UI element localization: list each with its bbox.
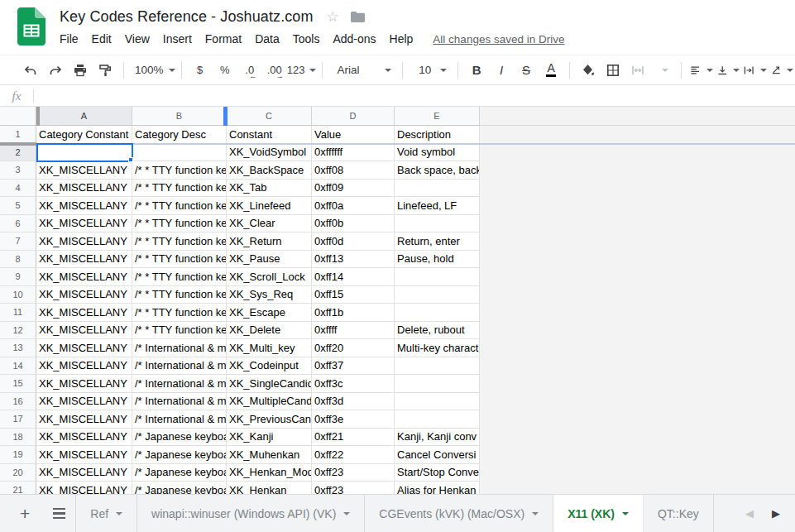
text-color-button[interactable]: A — [540, 60, 562, 81]
row-header-4[interactable]: 4 — [0, 180, 36, 198]
text-wrap-button[interactable] — [743, 60, 766, 81]
cell-B14[interactable]: /* International & m — [132, 357, 227, 376]
cell-C13[interactable]: XK_Multi_key — [227, 339, 312, 357]
cell-D17[interactable]: 0xff3e — [312, 410, 395, 429]
cell-D9[interactable]: 0xff14 — [312, 268, 395, 286]
select-all-corner[interactable] — [0, 107, 36, 126]
cell-E15[interactable] — [395, 375, 480, 393]
decrease-decimal-button[interactable]: .0← — [239, 60, 261, 81]
cell-D13[interactable]: 0xff20 — [312, 339, 395, 357]
cell-E19[interactable]: Cancel Conversi — [395, 446, 480, 464]
cell-E6[interactable] — [395, 215, 480, 233]
cell-E5[interactable]: Linefeed, LF — [395, 197, 480, 215]
cell-A11[interactable]: XK_MISCELLANY — [36, 304, 132, 322]
cell-B10[interactable]: /* * TTY function ke — [132, 286, 227, 304]
cell-B17[interactable]: /* International & m — [132, 410, 227, 429]
vertical-align-button[interactable] — [716, 60, 740, 81]
cell-B7[interactable]: /* * TTY function ke — [132, 232, 227, 251]
paint-format-button[interactable] — [94, 60, 116, 81]
cell-B12[interactable]: /* * TTY function ke — [132, 322, 227, 340]
cell-E13[interactable]: Multi-key charact — [395, 339, 480, 357]
menu-insert[interactable]: Insert — [156, 31, 199, 47]
row-header-11[interactable]: 11 — [0, 304, 36, 322]
cell-B3[interactable]: /* * TTY function ke — [132, 161, 227, 180]
formula-input[interactable] — [34, 86, 795, 106]
cell-D20[interactable]: 0xff23 — [312, 464, 395, 482]
cell-E4[interactable] — [395, 180, 480, 198]
cell-C12[interactable]: XK_Delete — [227, 322, 312, 340]
print-button[interactable] — [69, 60, 91, 81]
menu-format[interactable]: Format — [199, 31, 248, 47]
cell-E8[interactable]: Pause, hold — [395, 251, 480, 269]
cell-E2[interactable]: Void symbol — [395, 144, 480, 162]
cell-C15[interactable]: XK_SingleCandid — [227, 375, 312, 393]
cell-A8[interactable]: XK_MISCELLANY — [36, 251, 132, 269]
cell-C11[interactable]: XK_Escape — [227, 304, 312, 322]
cell-D5[interactable]: 0xff0a — [312, 197, 395, 215]
cell-C9[interactable]: XK_Scroll_Lock — [227, 268, 312, 286]
cell-C17[interactable]: XK_PreviousCan — [227, 410, 312, 429]
cell-C10[interactable]: XK_Sys_Req — [227, 286, 312, 304]
column-header-B[interactable]: B — [132, 107, 227, 126]
cell-B16[interactable]: /* International & m — [132, 393, 227, 411]
cell-B13[interactable]: /* International & m — [132, 339, 227, 357]
text-rotation-button[interactable] — [770, 60, 793, 81]
cell-E3[interactable]: Back space, back — [395, 161, 480, 180]
document-title[interactable]: Key Codes Reference - Joshuatz.com — [60, 8, 314, 26]
cell-A16[interactable]: XK_MISCELLANY — [36, 393, 132, 411]
column-header-A[interactable]: A — [36, 107, 132, 126]
font-family-select[interactable]: Arial — [330, 60, 395, 81]
cell-A21[interactable]: XK_MISCELLANY — [36, 482, 132, 494]
increase-decimal-button[interactable]: .00→ — [264, 60, 285, 81]
row-header-9[interactable]: 9 — [0, 268, 36, 286]
italic-button[interactable]: I — [491, 60, 512, 81]
cell-C21[interactable]: XK_Henkan — [227, 482, 312, 494]
cell-D10[interactable]: 0xff15 — [312, 286, 395, 304]
cell-D15[interactable]: 0xff3c — [312, 375, 395, 393]
add-sheet-button[interactable]: + — [20, 506, 30, 522]
save-status-link[interactable]: All changes saved in Drive — [429, 31, 568, 47]
cell-C2[interactable]: XK_VoidSymbol — [227, 144, 312, 162]
font-size-select[interactable]: 10 — [410, 60, 450, 81]
row-header-19[interactable]: 19 — [0, 446, 36, 464]
cell-E18[interactable]: Kanji, Kanji conv — [395, 429, 480, 447]
cell-A15[interactable]: XK_MISCELLANY — [36, 375, 132, 393]
cell-E11[interactable] — [395, 304, 480, 322]
row-header-13[interactable]: 13 — [0, 339, 36, 357]
menu-tools[interactable]: Tools — [286, 31, 327, 47]
row-header-6[interactable]: 6 — [0, 215, 36, 233]
cell-A19[interactable]: XK_MISCELLANY — [36, 446, 132, 464]
bold-button[interactable]: B — [466, 60, 487, 81]
cell-D8[interactable]: 0xff13 — [312, 251, 395, 269]
sheet-tab-x11-xk[interactable]: X11 (XK) — [553, 495, 644, 532]
cell-C16[interactable]: XK_MultipleCand — [227, 393, 312, 411]
row-header-2[interactable]: 2 — [0, 144, 36, 162]
merge-cells-button[interactable] — [627, 60, 649, 81]
zoom-select[interactable]: 100% — [132, 60, 174, 81]
cell-A6[interactable]: XK_MISCELLANY — [36, 215, 132, 233]
cell-A7[interactable]: XK_MISCELLANY — [36, 232, 132, 251]
column-header-C[interactable]: C — [227, 107, 312, 126]
scroll-tabs-left-icon[interactable]: ◀ — [745, 507, 754, 520]
cell-E12[interactable]: Delete, rubout — [395, 322, 480, 340]
cell-D16[interactable]: 0xff3d — [312, 393, 395, 411]
cell-B5[interactable]: /* * TTY function ke — [132, 197, 227, 215]
cell-B1[interactable]: Category Desc — [132, 126, 227, 144]
cell-A3[interactable]: XK_MISCELLANY — [36, 161, 132, 180]
sheet-tab-qt-key[interactable]: QT::Key — [644, 495, 714, 532]
menu-view[interactable]: View — [118, 31, 156, 47]
cell-E14[interactable] — [395, 357, 480, 376]
cell-D4[interactable]: 0xff09 — [312, 180, 395, 198]
merge-cells-dropdown[interactable] — [652, 60, 673, 81]
column-header-E[interactable]: E — [395, 107, 480, 126]
cell-C6[interactable]: XK_Clear — [227, 215, 312, 233]
cell-E1[interactable]: Description — [395, 126, 480, 144]
all-sheets-button[interactable] — [53, 508, 65, 520]
cell-B9[interactable]: /* * TTY function ke — [132, 268, 227, 286]
sheet-tab-ref[interactable]: Ref — [75, 495, 137, 532]
cell-D21[interactable]: 0xff23 — [312, 482, 395, 494]
row-header-10[interactable]: 10 — [0, 286, 36, 304]
row-header-5[interactable]: 5 — [0, 197, 36, 215]
cell-A4[interactable]: XK_MISCELLANY — [36, 180, 132, 198]
fill-handle[interactable] — [128, 157, 133, 162]
